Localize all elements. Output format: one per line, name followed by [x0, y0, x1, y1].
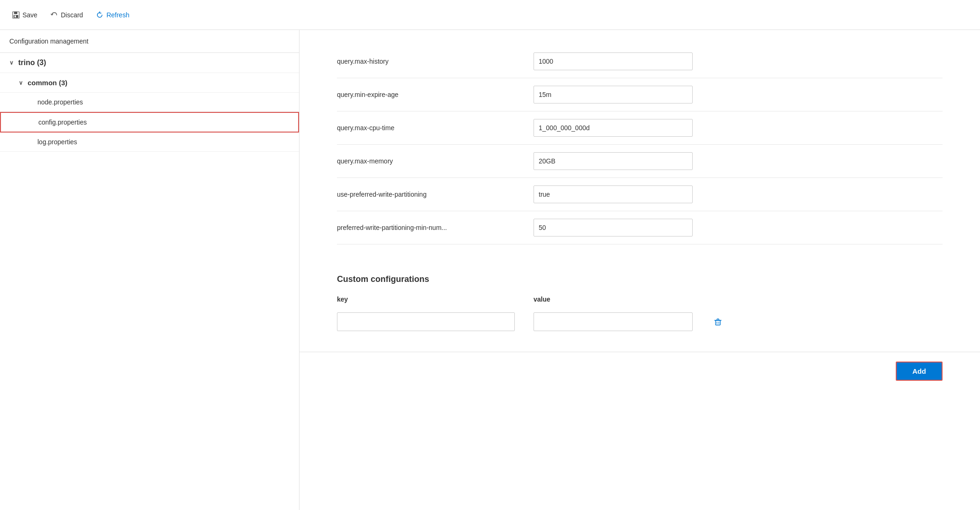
- sidebar-item-config-properties[interactable]: config.properties: [0, 112, 299, 133]
- toolbar: Save Discard Refresh: [0, 0, 980, 30]
- config-key-4: use-preferred-write-partitioning: [337, 191, 515, 198]
- config-row: preferred-write-partitioning-min-num...: [337, 211, 943, 244]
- add-button[interactable]: Add: [896, 362, 943, 381]
- config-row: query.max-memory: [337, 145, 943, 178]
- main-layout: Configuration management ∨ trino (3) ∨ c…: [0, 30, 980, 510]
- config-value-input-0[interactable]: [534, 52, 693, 70]
- sidebar-item-common-label: common (3): [28, 79, 67, 87]
- config-key-5: preferred-write-partitioning-min-num...: [337, 224, 515, 231]
- sidebar-item-trino-label: trino (3): [18, 59, 46, 67]
- config-value-input-3[interactable]: [534, 152, 693, 170]
- sidebar-item-log-properties-label: log.properties: [37, 138, 77, 146]
- save-label: Save: [22, 11, 37, 19]
- refresh-label: Refresh: [106, 11, 129, 19]
- chevron-trino-icon: ∨: [9, 59, 14, 66]
- config-key-3: query.max-memory: [337, 157, 515, 165]
- content-area: query.max-historyquery.min-expire-ageque…: [300, 30, 980, 510]
- sidebar-item-common[interactable]: ∨ common (3): [0, 73, 299, 93]
- discard-icon: [51, 11, 58, 19]
- custom-row: [337, 307, 943, 337]
- delete-row-button[interactable]: [711, 315, 724, 328]
- sidebar-item-node-properties-label: node.properties: [37, 98, 83, 106]
- config-row: query.max-history: [337, 45, 943, 78]
- custom-key-input[interactable]: [337, 312, 515, 331]
- save-icon: [12, 11, 20, 19]
- custom-configurations-title: Custom configurations: [337, 274, 943, 284]
- refresh-button[interactable]: Refresh: [91, 8, 134, 22]
- config-value-input-4[interactable]: [534, 185, 693, 203]
- discard-label: Discard: [61, 11, 83, 19]
- config-rows-container: query.max-historyquery.min-expire-ageque…: [337, 45, 943, 244]
- sidebar: Configuration management ∨ trino (3) ∨ c…: [0, 30, 300, 510]
- custom-value-input[interactable]: [534, 312, 693, 331]
- config-row: use-preferred-write-partitioning: [337, 178, 943, 211]
- chevron-common-icon: ∨: [19, 80, 23, 86]
- custom-value-header: value: [534, 296, 550, 303]
- sidebar-title: Configuration management: [0, 30, 299, 53]
- config-key-2: query.max-cpu-time: [337, 124, 515, 132]
- config-value-input-2[interactable]: [534, 119, 693, 137]
- discard-button[interactable]: Discard: [46, 8, 88, 22]
- custom-table-header: key value: [337, 296, 943, 307]
- config-key-1: query.min-expire-age: [337, 91, 515, 98]
- config-row: query.max-cpu-time: [337, 111, 943, 145]
- config-key-0: query.max-history: [337, 58, 515, 65]
- refresh-icon: [96, 11, 103, 19]
- svg-rect-4: [716, 320, 720, 325]
- config-row: query.min-expire-age: [337, 78, 943, 111]
- save-button[interactable]: Save: [7, 8, 42, 22]
- trash-icon: [713, 317, 723, 326]
- svg-rect-1: [14, 12, 17, 14]
- custom-key-header: key: [337, 296, 515, 303]
- sidebar-item-node-properties[interactable]: node.properties: [0, 93, 299, 112]
- sidebar-item-log-properties[interactable]: log.properties: [0, 133, 299, 152]
- config-section: query.max-historyquery.min-expire-ageque…: [300, 30, 980, 259]
- sidebar-item-trino[interactable]: ∨ trino (3): [0, 53, 299, 73]
- custom-configurations-section: Custom configurations key value: [300, 259, 980, 352]
- svg-rect-3: [15, 15, 16, 17]
- add-button-row: Add: [300, 352, 980, 396]
- config-value-input-5[interactable]: [534, 219, 693, 237]
- config-value-input-1[interactable]: [534, 86, 693, 103]
- sidebar-item-config-properties-label: config.properties: [38, 118, 87, 126]
